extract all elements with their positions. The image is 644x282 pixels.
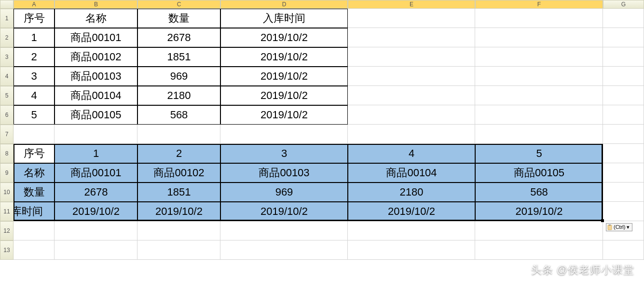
cell-C6[interactable]: 568: [137, 105, 220, 125]
cell-B1[interactable]: 名称: [55, 9, 137, 28]
column-header-E[interactable]: E: [348, 0, 475, 9]
row-header-9[interactable]: 9: [0, 163, 14, 183]
cell-E1[interactable]: [348, 9, 475, 28]
cell-G1[interactable]: [603, 9, 644, 28]
row-header-7[interactable]: 7: [0, 125, 14, 144]
column-header-B[interactable]: B: [55, 0, 137, 9]
cell-E2[interactable]: [348, 28, 475, 47]
cell-B8[interactable]: 1: [55, 144, 137, 163]
cell-D7[interactable]: [220, 125, 348, 144]
cell-B6[interactable]: 商品00105: [55, 105, 137, 125]
row-header-10[interactable]: 10: [0, 183, 14, 202]
paste-options-button[interactable]: (Ctrl) ▾: [606, 223, 632, 231]
cell-A6[interactable]: 5: [14, 105, 55, 125]
cell-C10[interactable]: 1851: [137, 183, 220, 202]
cell-G2[interactable]: [603, 28, 644, 47]
cell-D3[interactable]: 2019/10/2: [220, 47, 348, 67]
cell-B2[interactable]: 商品00101: [55, 28, 137, 47]
cell-B10[interactable]: 2678: [55, 183, 137, 202]
select-all-corner[interactable]: [0, 0, 14, 9]
cell-C8[interactable]: 2: [137, 144, 220, 163]
cell-D9[interactable]: 商品00103: [220, 163, 348, 183]
cell-F8[interactable]: 5: [475, 144, 603, 163]
cell-G6[interactable]: [603, 105, 644, 125]
cell-B4[interactable]: 商品00103: [55, 67, 137, 86]
cell-E12[interactable]: [348, 221, 475, 240]
cell-F5[interactable]: [475, 86, 603, 105]
cell-C1[interactable]: 数量: [137, 9, 220, 28]
cell-C3[interactable]: 1851: [137, 47, 220, 67]
cell-E11[interactable]: 2019/10/2: [348, 202, 475, 221]
cell-A5[interactable]: 4: [14, 86, 55, 105]
row-header-11[interactable]: 11: [0, 202, 14, 221]
cell-A8[interactable]: 序号: [14, 144, 55, 163]
cell-D6[interactable]: 2019/10/2: [220, 105, 348, 125]
cell-G11[interactable]: [603, 202, 644, 221]
cell-B9[interactable]: 商品00101: [55, 163, 137, 183]
column-header-G[interactable]: G: [603, 0, 644, 9]
cell-C5[interactable]: 2180: [137, 86, 220, 105]
cell-D10[interactable]: 969: [220, 183, 348, 202]
cell-E7[interactable]: [348, 125, 475, 144]
cell-D4[interactable]: 2019/10/2: [220, 67, 348, 86]
row-header-3[interactable]: 3: [0, 47, 14, 67]
row-header-4[interactable]: 4: [0, 67, 14, 86]
cell-B3[interactable]: 商品00102: [55, 47, 137, 67]
cell-E8[interactable]: 4: [348, 144, 475, 163]
cell-D2[interactable]: 2019/10/2: [220, 28, 348, 47]
cell-B13[interactable]: [55, 240, 137, 260]
cell-F9[interactable]: 商品00105: [475, 163, 603, 183]
cell-D12[interactable]: [220, 221, 348, 240]
row-header-5[interactable]: 5: [0, 86, 14, 105]
cell-F12[interactable]: [475, 221, 603, 240]
cell-C4[interactable]: 969: [137, 67, 220, 86]
cell-A2[interactable]: 1: [14, 28, 55, 47]
cell-F13[interactable]: [475, 240, 603, 260]
cell-A9[interactable]: 名称: [14, 163, 55, 183]
cell-C7[interactable]: [137, 125, 220, 144]
cell-F1[interactable]: [475, 9, 603, 28]
cell-F11[interactable]: 2019/10/2: [475, 202, 603, 221]
cell-E5[interactable]: [348, 86, 475, 105]
cell-D5[interactable]: 2019/10/2: [220, 86, 348, 105]
row-header-6[interactable]: 6: [0, 105, 14, 125]
cell-F7[interactable]: [475, 125, 603, 144]
cell-G5[interactable]: [603, 86, 644, 105]
column-header-F[interactable]: F: [475, 0, 603, 9]
cell-A13[interactable]: [14, 240, 55, 260]
cell-E13[interactable]: [348, 240, 475, 260]
row-header-2[interactable]: 2: [0, 28, 14, 47]
row-header-12[interactable]: 12: [0, 221, 14, 240]
cell-B7[interactable]: [55, 125, 137, 144]
column-header-A[interactable]: A: [14, 0, 55, 9]
column-header-D[interactable]: D: [220, 0, 348, 9]
cell-E6[interactable]: [348, 105, 475, 125]
cell-G8[interactable]: [603, 144, 644, 163]
cell-F2[interactable]: [475, 28, 603, 47]
cell-A10[interactable]: 数量: [14, 183, 55, 202]
cell-C2[interactable]: 2678: [137, 28, 220, 47]
cell-E9[interactable]: 商品00104: [348, 163, 475, 183]
cell-F6[interactable]: [475, 105, 603, 125]
cell-C11[interactable]: 2019/10/2: [137, 202, 220, 221]
cell-A1[interactable]: 序号: [14, 9, 55, 28]
cell-E10[interactable]: 2180: [348, 183, 475, 202]
cell-A12[interactable]: [14, 221, 55, 240]
cell-A11[interactable]: 库时间: [14, 202, 55, 221]
cell-D1[interactable]: 入库时间: [220, 9, 348, 28]
cell-F10[interactable]: 568: [475, 183, 603, 202]
cell-B12[interactable]: [55, 221, 137, 240]
cell-D13[interactable]: [220, 240, 348, 260]
cell-B5[interactable]: 商品00104: [55, 86, 137, 105]
cell-D8[interactable]: 3: [220, 144, 348, 163]
cell-F4[interactable]: [475, 67, 603, 86]
cell-B11[interactable]: 2019/10/2: [55, 202, 137, 221]
cell-G3[interactable]: [603, 47, 644, 67]
cell-G10[interactable]: [603, 183, 644, 202]
selection-fill-handle[interactable]: [601, 219, 604, 222]
cell-G4[interactable]: [603, 67, 644, 86]
cell-A3[interactable]: 2: [14, 47, 55, 67]
cell-F3[interactable]: [475, 47, 603, 67]
cell-G9[interactable]: [603, 163, 644, 183]
cell-C13[interactable]: [137, 240, 220, 260]
